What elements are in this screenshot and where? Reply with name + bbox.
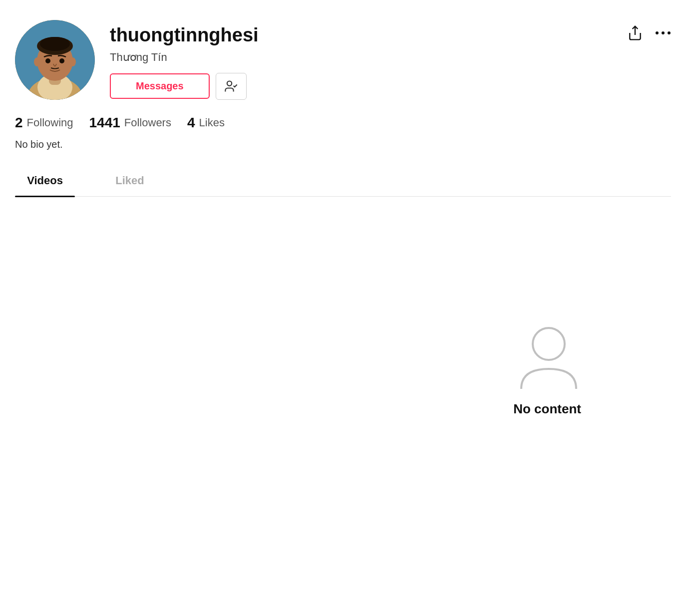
likes-stat[interactable]: 4 Likes xyxy=(187,115,225,131)
header-actions xyxy=(627,20,671,41)
svg-point-11 xyxy=(45,58,50,63)
svg-point-15 xyxy=(656,31,659,34)
username: thuongtinnghesi xyxy=(110,25,259,46)
profile-header: thuongtinnghesi Thương Tín Messages xyxy=(15,20,671,100)
svg-point-18 xyxy=(533,328,565,360)
likes-count: 4 xyxy=(187,115,195,131)
no-content-label: No content xyxy=(513,401,581,417)
following-count: 2 xyxy=(15,115,23,131)
tabs-container: Videos Liked xyxy=(15,165,671,197)
svg-point-10 xyxy=(70,57,76,66)
likes-label: Likes xyxy=(199,116,225,129)
svg-point-16 xyxy=(662,31,665,34)
empty-content: No content xyxy=(15,197,671,417)
share-button[interactable] xyxy=(627,25,643,41)
svg-point-8 xyxy=(40,37,70,51)
svg-point-9 xyxy=(34,57,40,66)
stats-row: 2 Following 1441 Followers 4 Likes xyxy=(15,115,671,131)
profile-info: thuongtinnghesi Thương Tín Messages xyxy=(110,20,259,100)
following-stat[interactable]: 2 Following xyxy=(15,115,73,131)
avatar-image xyxy=(15,20,95,100)
more-icon xyxy=(655,30,671,35)
messages-button[interactable]: Messages xyxy=(110,73,210,99)
followers-label: Followers xyxy=(124,116,171,129)
svg-point-17 xyxy=(668,31,671,34)
tab-videos[interactable]: Videos xyxy=(15,165,75,196)
tab-liked[interactable]: Liked xyxy=(100,165,160,196)
avatar xyxy=(15,20,95,100)
profile-page: thuongtinnghesi Thương Tín Messages xyxy=(0,0,686,417)
profile-left: thuongtinnghesi Thương Tín Messages xyxy=(15,20,259,100)
more-options-button[interactable] xyxy=(655,30,671,35)
svg-point-13 xyxy=(227,81,231,85)
display-name: Thương Tín xyxy=(110,51,259,64)
followers-count: 1441 xyxy=(89,115,120,131)
bio: No bio yet. xyxy=(15,139,671,150)
no-content-person-icon xyxy=(516,321,581,391)
follow-check-button[interactable] xyxy=(216,73,247,100)
followers-stat[interactable]: 1441 Followers xyxy=(89,115,171,131)
following-label: Following xyxy=(27,116,73,129)
person-check-icon xyxy=(224,79,238,93)
svg-point-12 xyxy=(59,58,64,63)
share-icon xyxy=(627,25,643,41)
action-buttons: Messages xyxy=(110,73,259,100)
empty-icon xyxy=(516,321,581,391)
